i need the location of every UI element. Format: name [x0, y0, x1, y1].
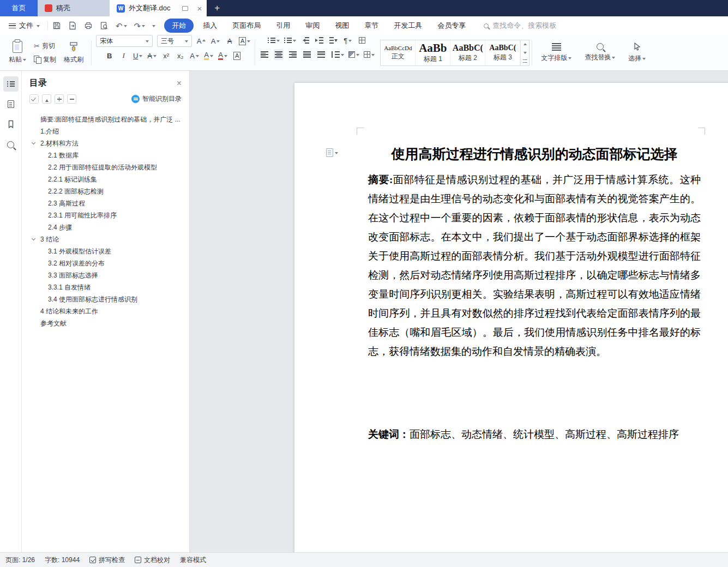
- toc-item[interactable]: 3.4 使用面部标志进行情感识别: [22, 293, 185, 305]
- style-normal[interactable]: AaBbCcDd 正文: [381, 40, 416, 65]
- search-panel-button[interactable]: [3, 137, 19, 152]
- undo-button[interactable]: ↶: [116, 22, 127, 30]
- text-direction-button[interactable]: [357, 35, 367, 46]
- compat-mode-label[interactable]: 兼容模式: [180, 556, 206, 565]
- menu-tab-page-layout[interactable]: 页面布局: [226, 19, 267, 33]
- borders-button[interactable]: [364, 49, 375, 60]
- collapse-arrow-icon[interactable]: [32, 237, 35, 240]
- text-layout-tool[interactable]: 文字排版: [534, 43, 578, 63]
- toc-item[interactable]: 3 结论: [22, 233, 185, 245]
- section-nav-button[interactable]: [3, 96, 19, 112]
- toc-collapse-all-button[interactable]: [42, 94, 51, 104]
- select-tool[interactable]: 选择: [622, 43, 652, 63]
- toolbar-overflow-button[interactable]: [152, 23, 155, 29]
- toc-item[interactable]: 参考文献: [22, 317, 185, 329]
- numbering-button[interactable]: [284, 35, 296, 46]
- align-right-button[interactable]: [288, 49, 298, 60]
- toc-item[interactable]: 2.2.2 面部标志检测: [22, 185, 185, 197]
- print-preview-button[interactable]: [100, 21, 109, 30]
- bold-button[interactable]: B: [105, 50, 115, 61]
- menu-tab-insert[interactable]: 插入: [197, 19, 223, 33]
- font-size-select[interactable]: 三号: [157, 35, 192, 47]
- increase-indent-button[interactable]: [315, 35, 324, 46]
- grow-font-button[interactable]: A: [196, 35, 206, 46]
- clear-format-button[interactable]: A: [225, 35, 234, 46]
- app-tab[interactable]: 稿壳: [38, 0, 110, 16]
- shrink-font-button[interactable]: A: [210, 35, 220, 46]
- bookmark-button[interactable]: [3, 117, 19, 132]
- styles-scroll-up[interactable]: [521, 40, 529, 49]
- command-search[interactable]: 查找命令、搜索模板: [484, 21, 556, 31]
- align-left-button[interactable]: [260, 49, 269, 60]
- document-page[interactable]: 使用高斯过程进行情感识别的动态面部标记选择 摘要:面部特征是情感识别过程的基础，…: [294, 83, 728, 552]
- styles-scroll-down[interactable]: [521, 49, 529, 57]
- toc-item[interactable]: 2.3 高斯过程: [22, 197, 185, 209]
- format-painter-button[interactable]: 格式刷: [61, 40, 87, 65]
- justify-button[interactable]: [302, 49, 312, 60]
- menu-tab-references[interactable]: 引用: [270, 19, 296, 33]
- decrease-indent-button[interactable]: [300, 35, 310, 46]
- sort-button[interactable]: [329, 35, 339, 46]
- character-border-button[interactable]: A: [232, 50, 242, 61]
- font-color-button[interactable]: A: [218, 50, 228, 61]
- page-setup-button[interactable]: [326, 148, 338, 157]
- paste-button[interactable]: 粘贴: [5, 40, 29, 65]
- toc-item[interactable]: 3.3.1 自发情绪: [22, 281, 185, 293]
- find-replace-tool[interactable]: 查找替换: [578, 43, 622, 62]
- menu-tab-section[interactable]: 章节: [358, 19, 384, 33]
- menu-tab-dev-tools[interactable]: 开发工具: [388, 19, 428, 33]
- copy-button[interactable]: 复制: [34, 55, 56, 64]
- toc-panel-button[interactable]: [3, 76, 19, 92]
- toc-item[interactable]: 2.材料和方法: [22, 137, 185, 149]
- document-content[interactable]: 使用高斯过程进行情感识别的动态面部标记选择 摘要:面部特征是情感识别过程的基础，…: [294, 83, 728, 443]
- page-indicator[interactable]: 页面: 1/26: [5, 556, 35, 565]
- show-marks-button[interactable]: ¶: [343, 35, 353, 46]
- document-canvas[interactable]: 使用高斯过程进行情感识别的动态面部标记选择 摘要:面部特征是情感识别过程的基础，…: [190, 71, 728, 552]
- text-effects-button[interactable]: A: [190, 50, 200, 61]
- file-menu-button[interactable]: 文件: [5, 21, 43, 31]
- bullets-button[interactable]: [268, 35, 280, 46]
- redo-button[interactable]: ↷: [134, 22, 146, 30]
- toc-expand-button[interactable]: [55, 94, 64, 104]
- style-heading-2[interactable]: AaBbC( 标题 2: [450, 40, 485, 65]
- new-tab-button[interactable]: +: [207, 0, 227, 16]
- collapse-arrow-icon[interactable]: [32, 141, 35, 144]
- spell-check-button[interactable]: 拼写检查: [89, 556, 125, 565]
- toc-item[interactable]: 4 结论和未来的工作: [22, 305, 185, 317]
- menu-tab-home[interactable]: 开始: [164, 19, 194, 33]
- cut-button[interactable]: ✂ 剪切: [34, 41, 56, 51]
- superscript-button[interactable]: x²: [161, 50, 171, 61]
- toc-collapse-button[interactable]: [67, 94, 76, 104]
- export-button[interactable]: [68, 21, 77, 30]
- toc-item[interactable]: 2.2.1 标记训练集: [22, 173, 185, 185]
- underline-button[interactable]: U: [133, 50, 143, 61]
- toc-item[interactable]: 3.1 外观模型估计误差: [22, 245, 185, 257]
- style-heading-1[interactable]: AaBb 标题 1: [416, 40, 450, 65]
- toc-item[interactable]: 1.介绍: [22, 125, 185, 137]
- menu-tab-member[interactable]: 会员专享: [431, 19, 472, 33]
- align-center-button[interactable]: [274, 49, 284, 60]
- print-button[interactable]: [84, 21, 93, 30]
- home-tab[interactable]: 首页: [0, 0, 38, 16]
- toc-item[interactable]: 3.3 面部标志选择: [22, 269, 185, 281]
- strikethrough-button[interactable]: A: [147, 50, 157, 61]
- shading-button[interactable]: [348, 49, 359, 60]
- italic-button[interactable]: I: [119, 50, 129, 61]
- toc-item[interactable]: 2.2 用于面部特征提取的活动外观模型: [22, 161, 185, 173]
- menu-tab-view[interactable]: 视图: [329, 19, 355, 33]
- smart-toc-button[interactable]: 智能识别目录: [131, 94, 182, 104]
- highlight-color-button[interactable]: A: [204, 50, 214, 61]
- toc-item[interactable]: 3.2 相对误差的分布: [22, 257, 185, 269]
- line-spacing-button[interactable]: [330, 49, 344, 60]
- styles-gallery-more[interactable]: [521, 57, 529, 65]
- detach-window-icon[interactable]: [182, 6, 188, 11]
- close-icon[interactable]: ×: [177, 79, 182, 88]
- save-button[interactable]: [52, 21, 61, 30]
- document-tab[interactable]: W 外文翻译.doc ×: [110, 0, 207, 16]
- font-name-select[interactable]: 宋体: [96, 35, 153, 47]
- toc-item[interactable]: 2.4 步骤: [22, 221, 185, 233]
- menu-tab-review[interactable]: 审阅: [299, 19, 326, 33]
- word-count[interactable]: 字数: 10944: [45, 556, 80, 565]
- style-heading-3[interactable]: AaBbC( 标题 3: [485, 40, 520, 65]
- close-doc-icon[interactable]: ×: [197, 4, 202, 13]
